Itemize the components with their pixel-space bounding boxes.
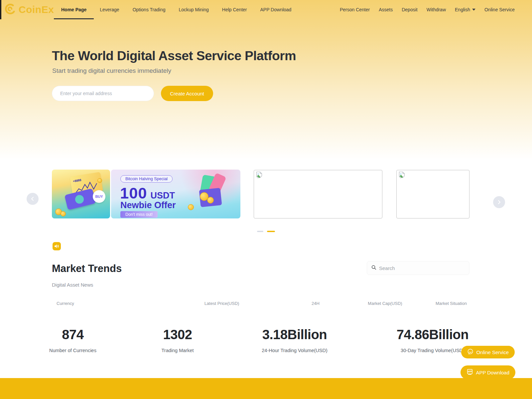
chevron-down-icon: [472, 9, 475, 11]
stat-label: Trading Market: [162, 348, 194, 353]
search-icon: [371, 265, 376, 271]
stat-30d-volume: 74.86Billion 30-Day Trading Volume(USD): [397, 327, 468, 353]
banner-badge: Bitcoin Halving Special: [120, 175, 173, 183]
stat-value: 74.86Billion: [397, 327, 468, 342]
chevron-right-icon: [497, 200, 501, 204]
banner-headline: 100 USDT: [120, 184, 175, 202]
banner-subheadline: Newbie Offer: [120, 200, 176, 210]
column-header-market-cap: Market Cap(USD): [368, 301, 402, 306]
market-search-box: [367, 261, 469, 275]
nav-item-assets[interactable]: Assets: [379, 0, 393, 19]
phone-app-icon: APP: [466, 369, 473, 376]
column-header-market-situation: Market Situation: [436, 301, 467, 306]
banner-image-placeholder[interactable]: [396, 170, 469, 218]
stat-value: 3.18Billion: [262, 327, 327, 342]
online-service-label: Online Service: [476, 349, 509, 355]
nav-item-home-page[interactable]: Home Page: [61, 0, 86, 19]
banner-buy-badge: BUY: [93, 190, 105, 203]
logo-text: CoinEx: [19, 4, 54, 15]
coin-graphic: [61, 211, 66, 216]
column-header-latest-price: Latest Price(USD): [204, 301, 239, 306]
app-download-label: APP Download: [476, 370, 509, 375]
email-field[interactable]: [52, 86, 154, 101]
language-selector[interactable]: English: [455, 0, 475, 19]
banner-newbie-offer[interactable]: Bitcoin Halving Special 100 USDT Newbie …: [111, 170, 240, 218]
coin-graphic: [188, 204, 194, 210]
carousel-prev-button[interactable]: [27, 193, 39, 205]
secondary-nav: Person Center Assets Deposit Withdraw En…: [340, 0, 515, 19]
column-header-currency: Currency: [57, 301, 74, 306]
nav-item-options-trading[interactable]: Options Trading: [133, 0, 166, 19]
carousel-next-button[interactable]: [493, 196, 505, 208]
banner-wallet-graphic: [65, 188, 96, 210]
coinex-logo-icon: [4, 3, 17, 17]
search-input[interactable]: [379, 265, 459, 271]
stat-number-of-currencies: 874 Number of Currencies: [49, 327, 96, 353]
primary-nav: Home Page Leverage Options Trading Locku…: [61, 0, 291, 19]
nav-item-help-center[interactable]: Help Center: [222, 0, 247, 19]
section-title-market-trends: Market Trends: [52, 263, 122, 275]
column-header-24h: 24H: [312, 301, 320, 306]
chevron-left-icon: [30, 197, 35, 201]
top-nav-bar: CoinEx Home Page Leverage Options Tradin…: [0, 0, 532, 19]
stat-label: 24-Hour Trading Volume(USD): [262, 348, 327, 353]
nav-item-deposit[interactable]: Deposit: [402, 0, 417, 19]
page-title: The World Digital Asset Service Platform: [52, 49, 296, 63]
nav-item-online-service[interactable]: Online Service: [484, 0, 515, 19]
carousel-indicator-1[interactable]: [257, 231, 263, 232]
stat-value: 874: [49, 327, 96, 342]
carousel-indicator-2[interactable]: [267, 231, 275, 232]
app-download-float-button[interactable]: APP APP Download: [461, 365, 515, 379]
coin-graphic: [207, 197, 214, 203]
hero-gradient-background: [0, 0, 532, 160]
chat-icon: [467, 348, 473, 356]
stat-24h-volume: 3.18Billion 24-Hour Trading Volume(USD): [262, 327, 327, 353]
announcement-speaker-icon: [53, 242, 61, 250]
page-subtitle: Start trading digital currencies immedia…: [52, 67, 171, 74]
nav-item-leverage[interactable]: Leverage: [100, 0, 119, 19]
digital-asset-news-label: Digital Asset News: [52, 282, 93, 288]
banner-image-placeholder[interactable]: [254, 170, 382, 218]
broken-image-icon: [398, 172, 405, 181]
banner-amount: 100: [120, 184, 147, 202]
coin-graphic: [97, 178, 102, 183]
stat-trading-market: 1302 Trading Market: [162, 327, 194, 353]
language-label: English: [455, 0, 470, 19]
stat-label: Number of Currencies: [49, 348, 96, 353]
banner-trading-promo[interactable]: +8888 BUY: [52, 170, 110, 218]
create-account-button[interactable]: Create Account: [161, 86, 213, 101]
nav-item-app-download[interactable]: APP Download: [260, 0, 291, 19]
nav-item-withdraw[interactable]: Withdraw: [427, 0, 446, 19]
stat-label: 30-Day Trading Volume(USD): [397, 348, 468, 353]
broken-image-icon: [256, 172, 263, 181]
banner-cta: Don't miss out!: [120, 211, 158, 218]
banner-currency: USDT: [150, 191, 175, 201]
app-icon-text: APP: [468, 370, 472, 372]
online-service-float-button[interactable]: Online Service: [461, 346, 515, 358]
nav-item-lockup-mining[interactable]: Lockup Mining: [179, 0, 208, 19]
stat-value: 1302: [162, 327, 194, 342]
footer-bar: [0, 378, 532, 399]
nav-item-person-center[interactable]: Person Center: [340, 0, 370, 19]
banner-card-value: +8888: [73, 178, 82, 183]
coinex-logo[interactable]: CoinEx: [4, 0, 54, 19]
